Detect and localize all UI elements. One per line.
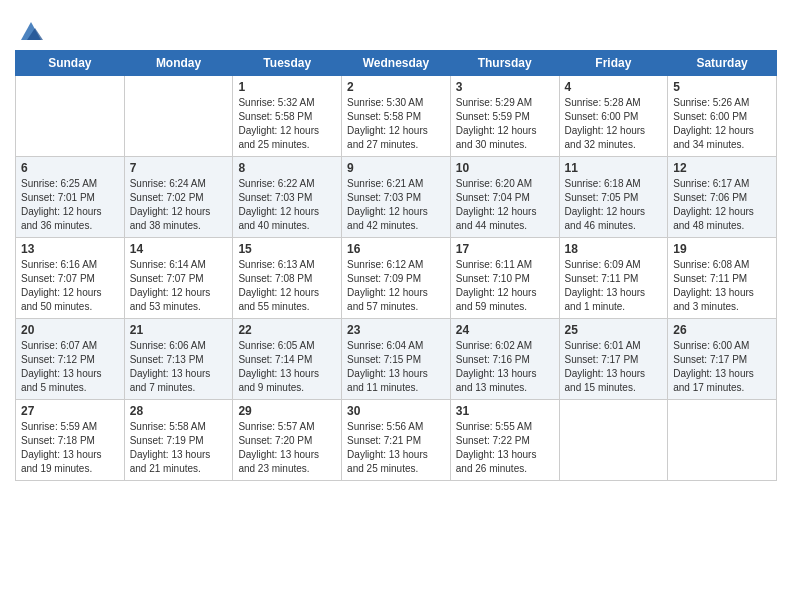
day-info: Sunrise: 6:20 AM Sunset: 7:04 PM Dayligh… [456, 177, 554, 233]
day-info: Sunrise: 6:22 AM Sunset: 7:03 PM Dayligh… [238, 177, 336, 233]
calendar-cell: 8Sunrise: 6:22 AM Sunset: 7:03 PM Daylig… [233, 157, 342, 238]
day-number: 18 [565, 242, 663, 256]
calendar-cell: 27Sunrise: 5:59 AM Sunset: 7:18 PM Dayli… [16, 400, 125, 481]
day-number: 10 [456, 161, 554, 175]
day-number: 7 [130, 161, 228, 175]
weekday-header: Wednesday [342, 51, 451, 76]
day-number: 5 [673, 80, 771, 94]
calendar-cell: 19Sunrise: 6:08 AM Sunset: 7:11 PM Dayli… [668, 238, 777, 319]
day-info: Sunrise: 5:32 AM Sunset: 5:58 PM Dayligh… [238, 96, 336, 152]
calendar-cell: 3Sunrise: 5:29 AM Sunset: 5:59 PM Daylig… [450, 76, 559, 157]
day-number: 15 [238, 242, 336, 256]
calendar-cell: 6Sunrise: 6:25 AM Sunset: 7:01 PM Daylig… [16, 157, 125, 238]
calendar-cell: 26Sunrise: 6:00 AM Sunset: 7:17 PM Dayli… [668, 319, 777, 400]
day-number: 31 [456, 404, 554, 418]
day-info: Sunrise: 6:01 AM Sunset: 7:17 PM Dayligh… [565, 339, 663, 395]
day-number: 17 [456, 242, 554, 256]
calendar-cell: 17Sunrise: 6:11 AM Sunset: 7:10 PM Dayli… [450, 238, 559, 319]
calendar-cell: 11Sunrise: 6:18 AM Sunset: 7:05 PM Dayli… [559, 157, 668, 238]
day-number: 1 [238, 80, 336, 94]
day-number: 23 [347, 323, 445, 337]
day-number: 27 [21, 404, 119, 418]
day-info: Sunrise: 5:29 AM Sunset: 5:59 PM Dayligh… [456, 96, 554, 152]
day-number: 21 [130, 323, 228, 337]
day-number: 29 [238, 404, 336, 418]
calendar-cell [124, 76, 233, 157]
calendar-cell: 2Sunrise: 5:30 AM Sunset: 5:58 PM Daylig… [342, 76, 451, 157]
day-info: Sunrise: 5:26 AM Sunset: 6:00 PM Dayligh… [673, 96, 771, 152]
day-info: Sunrise: 5:59 AM Sunset: 7:18 PM Dayligh… [21, 420, 119, 476]
calendar-cell: 7Sunrise: 6:24 AM Sunset: 7:02 PM Daylig… [124, 157, 233, 238]
weekday-header: Tuesday [233, 51, 342, 76]
day-info: Sunrise: 6:14 AM Sunset: 7:07 PM Dayligh… [130, 258, 228, 314]
day-info: Sunrise: 5:57 AM Sunset: 7:20 PM Dayligh… [238, 420, 336, 476]
calendar-week-row: 6Sunrise: 6:25 AM Sunset: 7:01 PM Daylig… [16, 157, 777, 238]
calendar-week-row: 1Sunrise: 5:32 AM Sunset: 5:58 PM Daylig… [16, 76, 777, 157]
day-info: Sunrise: 6:21 AM Sunset: 7:03 PM Dayligh… [347, 177, 445, 233]
day-info: Sunrise: 6:09 AM Sunset: 7:11 PM Dayligh… [565, 258, 663, 314]
day-number: 25 [565, 323, 663, 337]
calendar-cell: 5Sunrise: 5:26 AM Sunset: 6:00 PM Daylig… [668, 76, 777, 157]
day-number: 26 [673, 323, 771, 337]
calendar-cell [559, 400, 668, 481]
calendar-cell: 1Sunrise: 5:32 AM Sunset: 5:58 PM Daylig… [233, 76, 342, 157]
day-number: 30 [347, 404, 445, 418]
weekday-header: Saturday [668, 51, 777, 76]
day-number: 16 [347, 242, 445, 256]
calendar-cell: 12Sunrise: 6:17 AM Sunset: 7:06 PM Dayli… [668, 157, 777, 238]
calendar-cell: 30Sunrise: 5:56 AM Sunset: 7:21 PM Dayli… [342, 400, 451, 481]
day-info: Sunrise: 6:16 AM Sunset: 7:07 PM Dayligh… [21, 258, 119, 314]
day-number: 9 [347, 161, 445, 175]
day-info: Sunrise: 6:08 AM Sunset: 7:11 PM Dayligh… [673, 258, 771, 314]
logo-icon [17, 16, 45, 44]
day-number: 4 [565, 80, 663, 94]
calendar-cell [668, 400, 777, 481]
calendar-cell: 24Sunrise: 6:02 AM Sunset: 7:16 PM Dayli… [450, 319, 559, 400]
day-info: Sunrise: 6:05 AM Sunset: 7:14 PM Dayligh… [238, 339, 336, 395]
day-number: 28 [130, 404, 228, 418]
day-info: Sunrise: 6:04 AM Sunset: 7:15 PM Dayligh… [347, 339, 445, 395]
day-number: 24 [456, 323, 554, 337]
day-info: Sunrise: 5:28 AM Sunset: 6:00 PM Dayligh… [565, 96, 663, 152]
calendar-table: SundayMondayTuesdayWednesdayThursdayFrid… [15, 50, 777, 481]
calendar-week-row: 13Sunrise: 6:16 AM Sunset: 7:07 PM Dayli… [16, 238, 777, 319]
calendar-cell: 23Sunrise: 6:04 AM Sunset: 7:15 PM Dayli… [342, 319, 451, 400]
weekday-header-row: SundayMondayTuesdayWednesdayThursdayFrid… [16, 51, 777, 76]
calendar-cell: 9Sunrise: 6:21 AM Sunset: 7:03 PM Daylig… [342, 157, 451, 238]
calendar-week-row: 27Sunrise: 5:59 AM Sunset: 7:18 PM Dayli… [16, 400, 777, 481]
day-number: 6 [21, 161, 119, 175]
day-number: 12 [673, 161, 771, 175]
day-info: Sunrise: 6:24 AM Sunset: 7:02 PM Dayligh… [130, 177, 228, 233]
calendar-cell: 4Sunrise: 5:28 AM Sunset: 6:00 PM Daylig… [559, 76, 668, 157]
page-header [15, 10, 777, 44]
day-info: Sunrise: 6:13 AM Sunset: 7:08 PM Dayligh… [238, 258, 336, 314]
day-info: Sunrise: 5:55 AM Sunset: 7:22 PM Dayligh… [456, 420, 554, 476]
day-info: Sunrise: 6:12 AM Sunset: 7:09 PM Dayligh… [347, 258, 445, 314]
day-info: Sunrise: 6:17 AM Sunset: 7:06 PM Dayligh… [673, 177, 771, 233]
calendar-cell [16, 76, 125, 157]
day-info: Sunrise: 6:25 AM Sunset: 7:01 PM Dayligh… [21, 177, 119, 233]
calendar-cell: 31Sunrise: 5:55 AM Sunset: 7:22 PM Dayli… [450, 400, 559, 481]
calendar-cell: 15Sunrise: 6:13 AM Sunset: 7:08 PM Dayli… [233, 238, 342, 319]
calendar-week-row: 20Sunrise: 6:07 AM Sunset: 7:12 PM Dayli… [16, 319, 777, 400]
calendar-cell: 25Sunrise: 6:01 AM Sunset: 7:17 PM Dayli… [559, 319, 668, 400]
day-info: Sunrise: 5:30 AM Sunset: 5:58 PM Dayligh… [347, 96, 445, 152]
calendar-cell: 18Sunrise: 6:09 AM Sunset: 7:11 PM Dayli… [559, 238, 668, 319]
day-info: Sunrise: 6:00 AM Sunset: 7:17 PM Dayligh… [673, 339, 771, 395]
weekday-header: Thursday [450, 51, 559, 76]
day-number: 3 [456, 80, 554, 94]
day-number: 22 [238, 323, 336, 337]
day-number: 20 [21, 323, 119, 337]
day-info: Sunrise: 6:07 AM Sunset: 7:12 PM Dayligh… [21, 339, 119, 395]
calendar-cell: 28Sunrise: 5:58 AM Sunset: 7:19 PM Dayli… [124, 400, 233, 481]
day-number: 13 [21, 242, 119, 256]
day-info: Sunrise: 6:02 AM Sunset: 7:16 PM Dayligh… [456, 339, 554, 395]
day-info: Sunrise: 6:06 AM Sunset: 7:13 PM Dayligh… [130, 339, 228, 395]
day-info: Sunrise: 6:18 AM Sunset: 7:05 PM Dayligh… [565, 177, 663, 233]
day-info: Sunrise: 5:56 AM Sunset: 7:21 PM Dayligh… [347, 420, 445, 476]
weekday-header: Friday [559, 51, 668, 76]
calendar-cell: 21Sunrise: 6:06 AM Sunset: 7:13 PM Dayli… [124, 319, 233, 400]
calendar-cell: 22Sunrise: 6:05 AM Sunset: 7:14 PM Dayli… [233, 319, 342, 400]
day-number: 19 [673, 242, 771, 256]
day-info: Sunrise: 5:58 AM Sunset: 7:19 PM Dayligh… [130, 420, 228, 476]
